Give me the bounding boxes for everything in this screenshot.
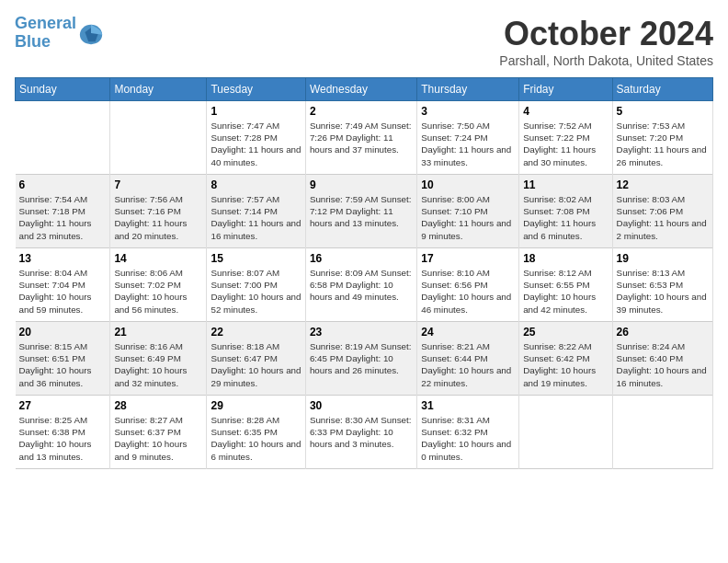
calendar-cell: 11Sunrise: 8:02 AM Sunset: 7:08 PM Dayli… xyxy=(519,175,612,248)
cell-content: Sunrise: 8:21 AM Sunset: 6:44 PM Dayligh… xyxy=(421,340,515,389)
logo-icon xyxy=(78,20,104,46)
calendar-week-row: 20Sunrise: 8:15 AM Sunset: 6:51 PM Dayli… xyxy=(16,322,713,396)
day-number: 29 xyxy=(210,399,301,412)
cell-content: Sunrise: 8:06 AM Sunset: 7:02 PM Dayligh… xyxy=(114,267,202,316)
day-of-week-header: Saturday xyxy=(612,78,712,101)
day-number: 13 xyxy=(19,252,107,265)
day-number: 28 xyxy=(114,399,202,412)
cell-content: Sunrise: 7:50 AM Sunset: 7:24 PM Dayligh… xyxy=(421,120,515,168)
day-number: 6 xyxy=(19,178,107,191)
logo: General Blue xyxy=(15,15,104,52)
calendar-cell: 3Sunrise: 7:50 AM Sunset: 7:24 PM Daylig… xyxy=(417,101,519,175)
calendar-week-row: 13Sunrise: 8:04 AM Sunset: 7:04 PM Dayli… xyxy=(16,248,713,322)
day-number: 14 xyxy=(114,252,202,265)
calendar-cell xyxy=(519,396,612,469)
cell-content: Sunrise: 8:04 AM Sunset: 7:04 PM Dayligh… xyxy=(19,267,107,316)
title-block: October 2024 Parshall, North Dakota, Uni… xyxy=(499,15,713,68)
cell-content: Sunrise: 8:07 AM Sunset: 7:00 PM Dayligh… xyxy=(210,267,301,316)
day-number: 24 xyxy=(421,326,515,339)
day-number: 19 xyxy=(617,252,709,265)
day-number: 20 xyxy=(19,326,107,339)
day-number: 7 xyxy=(114,178,202,191)
day-number: 1 xyxy=(210,105,301,118)
day-number: 10 xyxy=(421,178,515,191)
cell-content: Sunrise: 7:56 AM Sunset: 7:16 PM Dayligh… xyxy=(114,193,202,242)
page-header: General Blue October 2024 Parshall, Nort… xyxy=(15,15,713,68)
cell-content: Sunrise: 7:57 AM Sunset: 7:14 PM Dayligh… xyxy=(210,193,301,242)
cell-content: Sunrise: 8:03 AM Sunset: 7:06 PM Dayligh… xyxy=(617,193,709,242)
calendar-table: SundayMondayTuesdayWednesdayThursdayFrid… xyxy=(15,77,713,469)
cell-content: Sunrise: 7:53 AM Sunset: 7:20 PM Dayligh… xyxy=(617,120,709,168)
cell-content: Sunrise: 8:15 AM Sunset: 6:51 PM Dayligh… xyxy=(19,340,107,389)
day-number: 23 xyxy=(310,326,413,339)
calendar-cell: 19Sunrise: 8:13 AM Sunset: 6:53 PM Dayli… xyxy=(612,248,712,322)
day-of-week-header: Sunday xyxy=(16,78,110,101)
cell-content: Sunrise: 7:49 AM Sunset: 7:26 PM Dayligh… xyxy=(310,120,413,156)
calendar-cell: 21Sunrise: 8:16 AM Sunset: 6:49 PM Dayli… xyxy=(110,322,207,396)
cell-content: Sunrise: 7:47 AM Sunset: 7:28 PM Dayligh… xyxy=(210,120,301,168)
cell-content: Sunrise: 7:59 AM Sunset: 7:12 PM Dayligh… xyxy=(310,193,413,230)
cell-content: Sunrise: 8:02 AM Sunset: 7:08 PM Dayligh… xyxy=(523,193,608,242)
cell-content: Sunrise: 8:22 AM Sunset: 6:42 PM Dayligh… xyxy=(523,340,608,389)
day-number: 26 xyxy=(617,326,709,339)
cell-content: Sunrise: 7:52 AM Sunset: 7:22 PM Dayligh… xyxy=(523,120,608,168)
calendar-cell: 8Sunrise: 7:57 AM Sunset: 7:14 PM Daylig… xyxy=(207,175,305,248)
calendar-cell: 18Sunrise: 8:12 AM Sunset: 6:55 PM Dayli… xyxy=(519,248,612,322)
calendar-cell: 5Sunrise: 7:53 AM Sunset: 7:20 PM Daylig… xyxy=(612,101,712,175)
calendar-cell xyxy=(16,101,110,175)
calendar-cell: 2Sunrise: 7:49 AM Sunset: 7:26 PM Daylig… xyxy=(305,101,416,175)
day-number: 3 xyxy=(421,105,515,118)
logo-text: General Blue xyxy=(15,15,76,52)
day-number: 21 xyxy=(114,326,202,339)
day-number: 8 xyxy=(210,178,301,191)
calendar-cell: 14Sunrise: 8:06 AM Sunset: 7:02 PM Dayli… xyxy=(110,248,207,322)
day-of-week-header: Wednesday xyxy=(305,78,416,101)
calendar-cell: 28Sunrise: 8:27 AM Sunset: 6:37 PM Dayli… xyxy=(110,396,207,469)
day-number: 25 xyxy=(523,326,608,339)
calendar-header-row: SundayMondayTuesdayWednesdayThursdayFrid… xyxy=(16,78,713,101)
calendar-cell: 1Sunrise: 7:47 AM Sunset: 7:28 PM Daylig… xyxy=(207,101,305,175)
calendar-cell: 31Sunrise: 8:31 AM Sunset: 6:32 PM Dayli… xyxy=(417,396,519,469)
cell-content: Sunrise: 8:10 AM Sunset: 6:56 PM Dayligh… xyxy=(421,267,515,316)
day-of-week-header: Monday xyxy=(110,78,207,101)
calendar-cell: 15Sunrise: 8:07 AM Sunset: 7:00 PM Dayli… xyxy=(207,248,305,322)
day-number: 4 xyxy=(523,105,608,118)
day-number: 30 xyxy=(310,399,413,412)
calendar-cell: 10Sunrise: 8:00 AM Sunset: 7:10 PM Dayli… xyxy=(417,175,519,248)
cell-content: Sunrise: 8:18 AM Sunset: 6:47 PM Dayligh… xyxy=(210,340,301,389)
cell-content: Sunrise: 8:09 AM Sunset: 6:58 PM Dayligh… xyxy=(310,267,413,304)
calendar-week-row: 1Sunrise: 7:47 AM Sunset: 7:28 PM Daylig… xyxy=(16,101,713,175)
day-number: 12 xyxy=(617,178,709,191)
cell-content: Sunrise: 8:19 AM Sunset: 6:45 PM Dayligh… xyxy=(310,340,413,377)
calendar-cell: 27Sunrise: 8:25 AM Sunset: 6:38 PM Dayli… xyxy=(16,396,110,469)
calendar-cell: 26Sunrise: 8:24 AM Sunset: 6:40 PM Dayli… xyxy=(612,322,712,396)
day-of-week-header: Thursday xyxy=(417,78,519,101)
day-number: 11 xyxy=(523,178,608,191)
calendar-cell: 17Sunrise: 8:10 AM Sunset: 6:56 PM Dayli… xyxy=(417,248,519,322)
calendar-cell: 16Sunrise: 8:09 AM Sunset: 6:58 PM Dayli… xyxy=(305,248,416,322)
calendar-cell: 25Sunrise: 8:22 AM Sunset: 6:42 PM Dayli… xyxy=(519,322,612,396)
day-number: 31 xyxy=(421,399,515,412)
cell-content: Sunrise: 8:12 AM Sunset: 6:55 PM Dayligh… xyxy=(523,267,608,316)
day-number: 18 xyxy=(523,252,608,265)
day-of-week-header: Friday xyxy=(519,78,612,101)
calendar-cell: 30Sunrise: 8:30 AM Sunset: 6:33 PM Dayli… xyxy=(305,396,416,469)
day-number: 22 xyxy=(210,326,301,339)
day-number: 2 xyxy=(310,105,413,118)
cell-content: Sunrise: 8:31 AM Sunset: 6:32 PM Dayligh… xyxy=(421,414,515,463)
day-number: 16 xyxy=(310,252,413,265)
cell-content: Sunrise: 8:27 AM Sunset: 6:37 PM Dayligh… xyxy=(114,414,202,463)
cell-content: Sunrise: 7:54 AM Sunset: 7:18 PM Dayligh… xyxy=(19,193,107,242)
cell-content: Sunrise: 8:24 AM Sunset: 6:40 PM Dayligh… xyxy=(617,340,709,389)
calendar-cell: 20Sunrise: 8:15 AM Sunset: 6:51 PM Dayli… xyxy=(16,322,110,396)
calendar-cell xyxy=(110,101,207,175)
cell-content: Sunrise: 8:25 AM Sunset: 6:38 PM Dayligh… xyxy=(19,414,107,463)
month-title: October 2024 xyxy=(499,15,713,53)
day-number: 27 xyxy=(19,399,107,412)
day-number: 5 xyxy=(617,105,709,118)
calendar-cell: 4Sunrise: 7:52 AM Sunset: 7:22 PM Daylig… xyxy=(519,101,612,175)
calendar-cell: 6Sunrise: 7:54 AM Sunset: 7:18 PM Daylig… xyxy=(16,175,110,248)
calendar-cell: 9Sunrise: 7:59 AM Sunset: 7:12 PM Daylig… xyxy=(305,175,416,248)
calendar-cell: 22Sunrise: 8:18 AM Sunset: 6:47 PM Dayli… xyxy=(207,322,305,396)
cell-content: Sunrise: 8:16 AM Sunset: 6:49 PM Dayligh… xyxy=(114,340,202,389)
